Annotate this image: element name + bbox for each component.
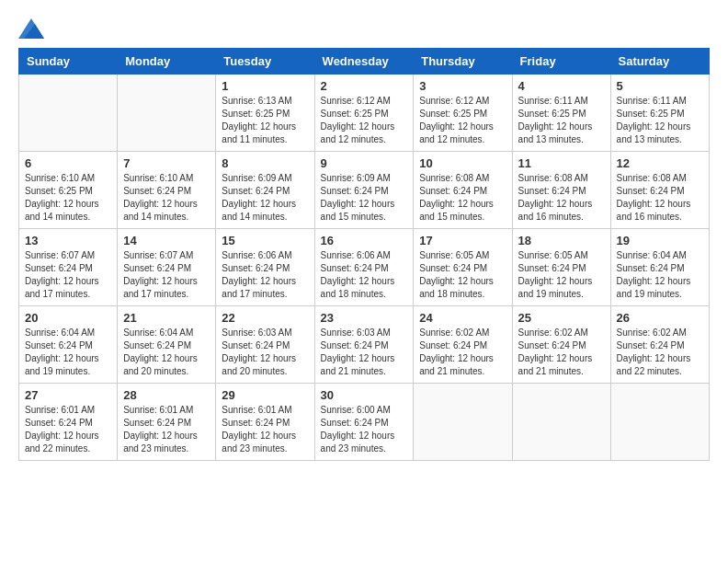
day-info: Sunrise: 6:08 AM Sunset: 6:24 PM Dayligh… (617, 172, 703, 224)
calendar-cell: 20Sunrise: 6:04 AM Sunset: 6:24 PM Dayli… (19, 306, 118, 384)
day-number: 18 (518, 234, 605, 247)
calendar-cell: 7Sunrise: 6:10 AM Sunset: 6:24 PM Daylig… (118, 152, 216, 229)
day-number: 28 (123, 388, 210, 402)
calendar-cell: 23Sunrise: 6:03 AM Sunset: 6:24 PM Dayli… (314, 306, 414, 384)
day-info: Sunrise: 6:02 AM Sunset: 6:24 PM Dayligh… (518, 327, 605, 378)
day-info: Sunrise: 6:11 AM Sunset: 6:25 PM Dayligh… (518, 95, 605, 146)
page-header (18, 18, 710, 39)
header-wednesday: Wednesday (314, 49, 414, 75)
day-number: 7 (123, 156, 210, 170)
calendar-cell: 4Sunrise: 6:11 AM Sunset: 6:25 PM Daylig… (512, 75, 610, 152)
day-info: Sunrise: 6:09 AM Sunset: 6:24 PM Dayligh… (321, 172, 408, 224)
calendar-cell: 13Sunrise: 6:07 AM Sunset: 6:24 PM Dayli… (19, 229, 118, 306)
calendar-cell: 25Sunrise: 6:02 AM Sunset: 6:24 PM Dayli… (512, 306, 610, 384)
day-number: 20 (25, 311, 111, 325)
day-number: 30 (321, 388, 408, 402)
day-number: 25 (518, 311, 605, 325)
day-info: Sunrise: 6:06 AM Sunset: 6:24 PM Dayligh… (222, 249, 308, 301)
logo (18, 18, 48, 39)
logo-icon (18, 18, 44, 39)
day-info: Sunrise: 6:07 AM Sunset: 6:24 PM Dayligh… (123, 249, 210, 301)
header-thursday: Thursday (414, 49, 512, 75)
calendar-cell: 8Sunrise: 6:09 AM Sunset: 6:24 PM Daylig… (216, 152, 314, 229)
calendar-cell: 19Sunrise: 6:04 AM Sunset: 6:24 PM Dayli… (610, 229, 709, 306)
day-number: 5 (617, 79, 703, 93)
day-number: 14 (123, 234, 210, 247)
day-info: Sunrise: 6:05 AM Sunset: 6:24 PM Dayligh… (518, 249, 605, 301)
day-number: 16 (321, 234, 408, 247)
week-row-5: 27Sunrise: 6:01 AM Sunset: 6:24 PM Dayli… (19, 384, 710, 461)
day-number: 15 (222, 234, 308, 247)
day-number: 6 (25, 156, 111, 170)
day-number: 4 (518, 79, 605, 93)
day-number: 19 (617, 234, 703, 247)
calendar-cell: 22Sunrise: 6:03 AM Sunset: 6:24 PM Dayli… (216, 306, 314, 384)
calendar-cell: 30Sunrise: 6:00 AM Sunset: 6:24 PM Dayli… (314, 384, 414, 461)
header-sunday: Sunday (19, 49, 118, 75)
day-number: 13 (25, 234, 111, 247)
day-number: 10 (419, 156, 506, 170)
day-info: Sunrise: 6:08 AM Sunset: 6:24 PM Dayligh… (419, 172, 506, 224)
day-info: Sunrise: 6:03 AM Sunset: 6:24 PM Dayligh… (222, 327, 308, 378)
day-info: Sunrise: 6:10 AM Sunset: 6:25 PM Dayligh… (25, 172, 111, 224)
calendar-cell: 16Sunrise: 6:06 AM Sunset: 6:24 PM Dayli… (314, 229, 414, 306)
day-info: Sunrise: 6:13 AM Sunset: 6:25 PM Dayligh… (222, 95, 308, 146)
day-number: 29 (222, 388, 308, 402)
header-saturday: Saturday (610, 49, 709, 75)
day-info: Sunrise: 6:12 AM Sunset: 6:25 PM Dayligh… (419, 95, 506, 146)
calendar-cell: 24Sunrise: 6:02 AM Sunset: 6:24 PM Dayli… (414, 306, 512, 384)
calendar-cell: 1Sunrise: 6:13 AM Sunset: 6:25 PM Daylig… (216, 75, 314, 152)
day-info: Sunrise: 6:01 AM Sunset: 6:24 PM Dayligh… (222, 404, 308, 455)
day-info: Sunrise: 6:10 AM Sunset: 6:24 PM Dayligh… (123, 172, 210, 224)
day-number: 3 (419, 79, 506, 93)
week-row-4: 20Sunrise: 6:04 AM Sunset: 6:24 PM Dayli… (19, 306, 710, 384)
day-info: Sunrise: 6:12 AM Sunset: 6:25 PM Dayligh… (321, 95, 408, 146)
calendar-cell: 12Sunrise: 6:08 AM Sunset: 6:24 PM Dayli… (610, 152, 709, 229)
weekday-header-row: SundayMondayTuesdayWednesdayThursdayFrid… (19, 49, 710, 75)
calendar-cell: 26Sunrise: 6:02 AM Sunset: 6:24 PM Dayli… (610, 306, 709, 384)
calendar-cell: 5Sunrise: 6:11 AM Sunset: 6:25 PM Daylig… (610, 75, 709, 152)
calendar-cell: 29Sunrise: 6:01 AM Sunset: 6:24 PM Dayli… (216, 384, 314, 461)
calendar-cell (118, 75, 216, 152)
day-number: 27 (25, 388, 111, 402)
calendar-cell: 6Sunrise: 6:10 AM Sunset: 6:25 PM Daylig… (19, 152, 118, 229)
day-info: Sunrise: 6:06 AM Sunset: 6:24 PM Dayligh… (321, 249, 408, 301)
day-number: 21 (123, 311, 210, 325)
calendar-cell: 3Sunrise: 6:12 AM Sunset: 6:25 PM Daylig… (414, 75, 512, 152)
calendar-cell: 2Sunrise: 6:12 AM Sunset: 6:25 PM Daylig… (314, 75, 414, 152)
day-number: 24 (419, 311, 506, 325)
week-row-1: 1Sunrise: 6:13 AM Sunset: 6:25 PM Daylig… (19, 75, 710, 152)
day-info: Sunrise: 6:01 AM Sunset: 6:24 PM Dayligh… (123, 404, 210, 455)
day-info: Sunrise: 6:07 AM Sunset: 6:24 PM Dayligh… (25, 249, 111, 301)
day-info: Sunrise: 6:04 AM Sunset: 6:24 PM Dayligh… (25, 327, 111, 378)
day-number: 22 (222, 311, 308, 325)
day-info: Sunrise: 6:05 AM Sunset: 6:24 PM Dayligh… (419, 249, 506, 301)
calendar-cell: 10Sunrise: 6:08 AM Sunset: 6:24 PM Dayli… (414, 152, 512, 229)
day-number: 11 (518, 156, 605, 170)
day-info: Sunrise: 6:02 AM Sunset: 6:24 PM Dayligh… (617, 327, 703, 378)
week-row-2: 6Sunrise: 6:10 AM Sunset: 6:25 PM Daylig… (19, 152, 710, 229)
calendar-cell (19, 75, 118, 152)
calendar-cell: 21Sunrise: 6:04 AM Sunset: 6:24 PM Dayli… (118, 306, 216, 384)
calendar-cell: 17Sunrise: 6:05 AM Sunset: 6:24 PM Dayli… (414, 229, 512, 306)
header-tuesday: Tuesday (216, 49, 314, 75)
day-number: 12 (617, 156, 703, 170)
calendar-cell: 18Sunrise: 6:05 AM Sunset: 6:24 PM Dayli… (512, 229, 610, 306)
calendar-cell: 15Sunrise: 6:06 AM Sunset: 6:24 PM Dayli… (216, 229, 314, 306)
day-info: Sunrise: 6:01 AM Sunset: 6:24 PM Dayligh… (25, 404, 111, 455)
day-number: 23 (321, 311, 408, 325)
calendar-cell: 9Sunrise: 6:09 AM Sunset: 6:24 PM Daylig… (314, 152, 414, 229)
day-info: Sunrise: 6:08 AM Sunset: 6:24 PM Dayligh… (518, 172, 605, 224)
calendar-cell: 14Sunrise: 6:07 AM Sunset: 6:24 PM Dayli… (118, 229, 216, 306)
day-info: Sunrise: 6:04 AM Sunset: 6:24 PM Dayligh… (617, 249, 703, 301)
day-number: 8 (222, 156, 308, 170)
calendar-cell (512, 384, 610, 461)
day-number: 17 (419, 234, 506, 247)
day-number: 2 (321, 79, 408, 93)
calendar-cell: 28Sunrise: 6:01 AM Sunset: 6:24 PM Dayli… (118, 384, 216, 461)
calendar-cell: 27Sunrise: 6:01 AM Sunset: 6:24 PM Dayli… (19, 384, 118, 461)
calendar-table: SundayMondayTuesdayWednesdayThursdayFrid… (18, 48, 710, 461)
calendar-cell: 11Sunrise: 6:08 AM Sunset: 6:24 PM Dayli… (512, 152, 610, 229)
day-info: Sunrise: 6:03 AM Sunset: 6:24 PM Dayligh… (321, 327, 408, 378)
day-info: Sunrise: 6:09 AM Sunset: 6:24 PM Dayligh… (222, 172, 308, 224)
